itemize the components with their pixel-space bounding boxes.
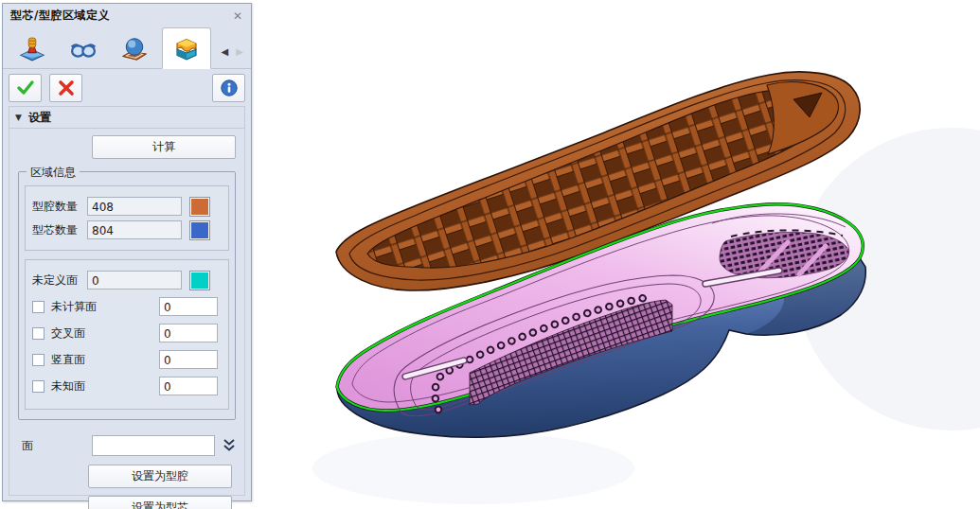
- stamp-tool-button[interactable]: [9, 30, 56, 68]
- check-icon: [16, 79, 35, 97]
- vertical-face-field[interactable]: 0: [159, 350, 218, 369]
- glasses-icon: [69, 35, 98, 63]
- face-input[interactable]: [92, 435, 215, 456]
- unknown-face-row: 未知面 0: [32, 376, 222, 396]
- sphere-icon: [120, 35, 149, 63]
- unknown-face-checkbox[interactable]: [32, 380, 45, 393]
- face-status-panel: 未定义面 0 未计算面 0 交叉面 0 竖直面 0: [25, 259, 229, 410]
- region-info-group: 区域信息 型腔数量 408 型芯数量 804 未定义面 0: [18, 171, 236, 420]
- settings-body: 计算 区域信息 型腔数量 408 型芯数量 804 未定义面 0: [9, 129, 245, 496]
- cavity-count-field[interactable]: 408: [87, 197, 182, 216]
- core-cavity-icon: [172, 34, 201, 62]
- uncalculated-face-field[interactable]: 0: [159, 297, 218, 316]
- nav-next-icon[interactable]: ▶: [236, 46, 243, 57]
- cavity-count-row: 型腔数量 408: [32, 196, 222, 217]
- crossing-face-field[interactable]: 0: [159, 324, 218, 342]
- cavity-color-swatch[interactable]: [189, 197, 210, 217]
- dialog-title: 型芯/型腔区域定义: [10, 8, 230, 24]
- crossing-face-label: 交叉面: [51, 325, 133, 342]
- uncalculated-face-row: 未计算面 0: [32, 296, 222, 317]
- uncalculated-face-label: 未计算面: [51, 299, 133, 315]
- undefined-face-label: 未定义面: [32, 272, 87, 289]
- settings-header-label: 设置: [28, 110, 51, 126]
- undefined-color-swatch[interactable]: [189, 271, 210, 290]
- core-cavity-tool-button[interactable]: [162, 27, 211, 69]
- settings-section-header[interactable]: ▼ 设置: [9, 106, 245, 129]
- sphere-tool-button[interactable]: [111, 30, 158, 68]
- dialog-toolbar: ◀ ▶: [3, 26, 251, 69]
- core-count-field[interactable]: 804: [87, 220, 182, 239]
- unknown-face-label: 未知面: [51, 378, 133, 395]
- toolbar-nav: ◀ ▶: [222, 46, 247, 68]
- crossing-face-row: 交叉面 0: [32, 323, 222, 343]
- uncalculated-face-checkbox[interactable]: [32, 301, 45, 313]
- glasses-tool-button[interactable]: [60, 30, 107, 68]
- core-cavity-dialog: 型芯/型腔区域定义 ✕: [2, 3, 252, 501]
- info-icon: [220, 79, 239, 97]
- count-panel: 型腔数量 408 型芯数量 804: [25, 185, 229, 251]
- crossing-face-checkbox[interactable]: [32, 327, 45, 340]
- cancel-button[interactable]: [49, 74, 82, 102]
- region-info-label: 区域信息: [27, 165, 80, 181]
- set-core-button[interactable]: 设置为型芯: [88, 496, 232, 509]
- soft-shadow: [312, 432, 634, 504]
- vertical-face-row: 竖直面 0: [32, 349, 222, 370]
- core-color-swatch[interactable]: [189, 220, 210, 240]
- double-chevron-down-icon[interactable]: [223, 438, 236, 453]
- collapse-triangle-icon: ▼: [15, 113, 22, 122]
- nav-prev-icon[interactable]: ◀: [222, 46, 229, 57]
- dialog-actions: [9, 74, 245, 102]
- calculate-button[interactable]: 计算: [92, 135, 236, 159]
- face-label: 面: [22, 438, 37, 454]
- core-count-row: 型芯数量 804: [32, 219, 222, 240]
- face-select-row: 面: [18, 434, 236, 457]
- undefined-face-row: 未定义面 0: [32, 270, 222, 290]
- x-icon: [58, 79, 75, 97]
- dialog-title-bar[interactable]: 型芯/型腔区域定义 ✕: [3, 4, 251, 26]
- ok-button[interactable]: [9, 74, 42, 102]
- close-icon[interactable]: ✕: [230, 9, 245, 23]
- vertical-face-label: 竖直面: [51, 352, 133, 368]
- unknown-face-field[interactable]: 0: [159, 377, 218, 395]
- info-button[interactable]: [212, 74, 245, 102]
- stamp-icon: [18, 35, 46, 63]
- vertical-face-checkbox[interactable]: [32, 354, 45, 366]
- set-cavity-button[interactable]: 设置为型腔: [88, 465, 232, 488]
- undefined-face-field[interactable]: 0: [87, 271, 182, 290]
- core-count-label: 型芯数量: [32, 222, 87, 238]
- cavity-count-label: 型腔数量: [32, 199, 87, 215]
